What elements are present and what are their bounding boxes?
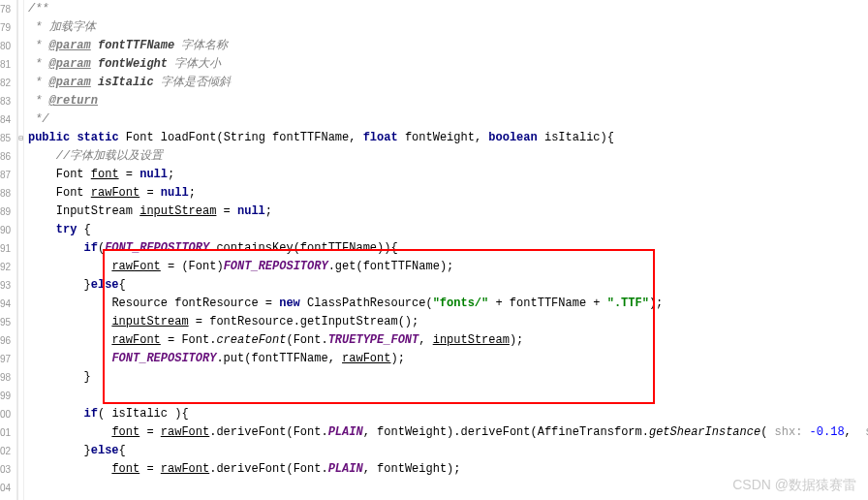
fold-icon[interactable]: ⊟ xyxy=(18,129,23,147)
doc-close: */ xyxy=(28,112,49,126)
code-area[interactable]: /** * 加载字体 * @param fontTTFName 字体名称 * @… xyxy=(24,0,868,500)
code-editor[interactable]: 7879808182838485868788899091929394959697… xyxy=(0,0,868,500)
doc-l1: * 加载字体 xyxy=(28,20,96,34)
watermark: CSDN @数据猿赛雷 xyxy=(732,477,856,494)
doc-open: /** xyxy=(28,2,49,16)
line-gutter: 7879808182838485868788899091929394959697… xyxy=(0,0,17,500)
